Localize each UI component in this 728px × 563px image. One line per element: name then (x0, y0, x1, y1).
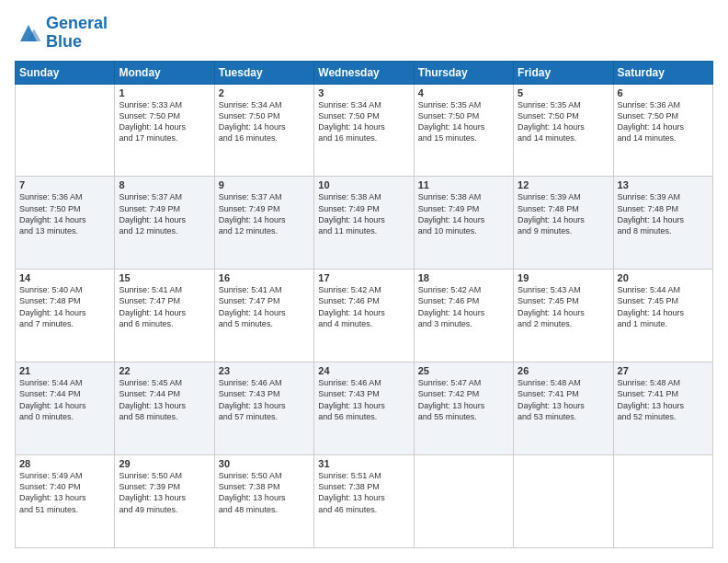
day-info: Sunrise: 5:34 AM Sunset: 7:50 PM Dayligh… (219, 99, 310, 144)
day-info: Sunrise: 5:40 AM Sunset: 7:48 PM Dayligh… (19, 284, 110, 329)
calendar-day-header: Tuesday (214, 61, 313, 84)
day-number: 14 (19, 272, 110, 283)
day-info: Sunrise: 5:44 AM Sunset: 7:45 PM Dayligh… (618, 284, 709, 329)
calendar-cell (414, 455, 513, 548)
calendar-cell: 21Sunrise: 5:44 AM Sunset: 7:44 PM Dayli… (16, 362, 115, 455)
day-number: 12 (518, 179, 609, 190)
day-info: Sunrise: 5:41 AM Sunset: 7:47 PM Dayligh… (219, 284, 310, 329)
day-number: 3 (318, 87, 409, 98)
calendar-cell (16, 84, 115, 177)
day-number: 22 (119, 365, 210, 376)
day-info: Sunrise: 5:35 AM Sunset: 7:50 PM Dayligh… (518, 99, 609, 144)
calendar-week-row: 14Sunrise: 5:40 AM Sunset: 7:48 PM Dayli… (16, 270, 713, 362)
calendar-week-row: 1Sunrise: 5:33 AM Sunset: 7:50 PM Daylig… (16, 84, 713, 177)
day-info: Sunrise: 5:37 AM Sunset: 7:49 PM Dayligh… (119, 191, 210, 236)
day-number: 20 (618, 272, 709, 283)
calendar-cell: 31Sunrise: 5:51 AM Sunset: 7:38 PM Dayli… (314, 455, 414, 548)
day-info: Sunrise: 5:50 AM Sunset: 7:38 PM Dayligh… (219, 470, 310, 515)
calendar-week-row: 21Sunrise: 5:44 AM Sunset: 7:44 PM Dayli… (16, 362, 713, 455)
day-info: Sunrise: 5:48 AM Sunset: 7:41 PM Dayligh… (618, 377, 709, 422)
day-number: 11 (418, 179, 509, 190)
calendar-week-row: 28Sunrise: 5:49 AM Sunset: 7:40 PM Dayli… (16, 455, 713, 548)
day-number: 15 (119, 272, 210, 283)
day-number: 25 (418, 365, 509, 376)
calendar-cell: 8Sunrise: 5:37 AM Sunset: 7:49 PM Daylig… (115, 177, 214, 270)
calendar-cell: 30Sunrise: 5:50 AM Sunset: 7:38 PM Dayli… (214, 455, 313, 548)
calendar-cell: 20Sunrise: 5:44 AM Sunset: 7:45 PM Dayli… (613, 270, 712, 362)
day-info: Sunrise: 5:36 AM Sunset: 7:50 PM Dayligh… (618, 99, 709, 144)
day-info: Sunrise: 5:44 AM Sunset: 7:44 PM Dayligh… (19, 377, 110, 422)
day-info: Sunrise: 5:47 AM Sunset: 7:42 PM Dayligh… (418, 377, 509, 422)
day-number: 1 (119, 87, 210, 98)
day-info: Sunrise: 5:35 AM Sunset: 7:50 PM Dayligh… (418, 99, 509, 144)
calendar-cell: 14Sunrise: 5:40 AM Sunset: 7:48 PM Dayli… (16, 270, 115, 362)
calendar-cell: 29Sunrise: 5:50 AM Sunset: 7:39 PM Dayli… (115, 455, 214, 548)
calendar-cell: 6Sunrise: 5:36 AM Sunset: 7:50 PM Daylig… (613, 84, 712, 177)
day-info: Sunrise: 5:41 AM Sunset: 7:47 PM Dayligh… (119, 284, 210, 329)
logo-icon (15, 19, 42, 47)
page: General Blue SundayMondayTuesdayWednesda… (0, 0, 728, 563)
calendar-cell: 5Sunrise: 5:35 AM Sunset: 7:50 PM Daylig… (514, 84, 613, 177)
calendar-cell: 17Sunrise: 5:42 AM Sunset: 7:46 PM Dayli… (314, 270, 414, 362)
day-info: Sunrise: 5:42 AM Sunset: 7:46 PM Dayligh… (318, 284, 409, 329)
calendar-cell: 7Sunrise: 5:36 AM Sunset: 7:50 PM Daylig… (16, 177, 115, 270)
calendar-cell (514, 455, 613, 548)
day-number: 30 (219, 458, 310, 469)
header: General Blue (15, 15, 713, 52)
day-info: Sunrise: 5:38 AM Sunset: 7:49 PM Dayligh… (318, 191, 409, 236)
calendar-cell: 15Sunrise: 5:41 AM Sunset: 7:47 PM Dayli… (115, 270, 214, 362)
calendar-cell: 25Sunrise: 5:47 AM Sunset: 7:42 PM Dayli… (414, 362, 513, 455)
calendar-cell: 3Sunrise: 5:34 AM Sunset: 7:50 PM Daylig… (314, 84, 414, 177)
day-number: 29 (119, 458, 210, 469)
day-info: Sunrise: 5:38 AM Sunset: 7:49 PM Dayligh… (418, 191, 509, 236)
day-info: Sunrise: 5:48 AM Sunset: 7:41 PM Dayligh… (518, 377, 609, 422)
day-info: Sunrise: 5:46 AM Sunset: 7:43 PM Dayligh… (219, 377, 310, 422)
calendar-cell: 24Sunrise: 5:46 AM Sunset: 7:43 PM Dayli… (314, 362, 414, 455)
calendar-cell: 9Sunrise: 5:37 AM Sunset: 7:49 PM Daylig… (214, 177, 313, 270)
calendar-cell: 27Sunrise: 5:48 AM Sunset: 7:41 PM Dayli… (613, 362, 712, 455)
day-info: Sunrise: 5:50 AM Sunset: 7:39 PM Dayligh… (119, 470, 210, 515)
calendar-header-row: SundayMondayTuesdayWednesdayThursdayFrid… (16, 61, 713, 84)
day-info: Sunrise: 5:51 AM Sunset: 7:38 PM Dayligh… (318, 470, 409, 515)
calendar-cell: 2Sunrise: 5:34 AM Sunset: 7:50 PM Daylig… (214, 84, 313, 177)
day-number: 18 (418, 272, 509, 283)
calendar-cell: 11Sunrise: 5:38 AM Sunset: 7:49 PM Dayli… (414, 177, 513, 270)
day-info: Sunrise: 5:37 AM Sunset: 7:49 PM Dayligh… (219, 191, 310, 236)
calendar-cell: 22Sunrise: 5:45 AM Sunset: 7:44 PM Dayli… (115, 362, 214, 455)
calendar-cell: 18Sunrise: 5:42 AM Sunset: 7:46 PM Dayli… (414, 270, 513, 362)
day-info: Sunrise: 5:36 AM Sunset: 7:50 PM Dayligh… (19, 191, 110, 236)
logo-text: General Blue (46, 15, 108, 52)
calendar-cell: 19Sunrise: 5:43 AM Sunset: 7:45 PM Dayli… (514, 270, 613, 362)
calendar-cell: 10Sunrise: 5:38 AM Sunset: 7:49 PM Dayli… (314, 177, 414, 270)
day-info: Sunrise: 5:42 AM Sunset: 7:46 PM Dayligh… (418, 284, 509, 329)
calendar-day-header: Friday (514, 61, 613, 84)
calendar-day-header: Wednesday (314, 61, 414, 84)
day-number: 9 (219, 179, 310, 190)
calendar-table: SundayMondayTuesdayWednesdayThursdayFrid… (15, 61, 713, 548)
calendar-day-header: Sunday (16, 61, 115, 84)
day-number: 5 (518, 87, 609, 98)
calendar-cell: 26Sunrise: 5:48 AM Sunset: 7:41 PM Dayli… (514, 362, 613, 455)
day-info: Sunrise: 5:39 AM Sunset: 7:48 PM Dayligh… (618, 191, 709, 236)
day-info: Sunrise: 5:34 AM Sunset: 7:50 PM Dayligh… (318, 99, 409, 144)
day-info: Sunrise: 5:39 AM Sunset: 7:48 PM Dayligh… (518, 191, 609, 236)
day-number: 26 (518, 365, 609, 376)
calendar-cell (613, 455, 712, 548)
day-number: 6 (618, 87, 709, 98)
day-number: 21 (19, 365, 110, 376)
day-number: 10 (318, 179, 409, 190)
day-info: Sunrise: 5:33 AM Sunset: 7:50 PM Dayligh… (119, 99, 210, 144)
calendar-day-header: Saturday (613, 61, 712, 84)
day-number: 4 (418, 87, 509, 98)
calendar-cell: 23Sunrise: 5:46 AM Sunset: 7:43 PM Dayli… (214, 362, 313, 455)
day-number: 17 (318, 272, 409, 283)
day-number: 8 (119, 179, 210, 190)
day-number: 2 (219, 87, 310, 98)
day-number: 28 (19, 458, 110, 469)
day-number: 24 (318, 365, 409, 376)
day-number: 7 (19, 179, 110, 190)
day-number: 16 (219, 272, 310, 283)
calendar-cell: 16Sunrise: 5:41 AM Sunset: 7:47 PM Dayli… (214, 270, 313, 362)
day-number: 27 (618, 365, 709, 376)
calendar-day-header: Thursday (414, 61, 513, 84)
